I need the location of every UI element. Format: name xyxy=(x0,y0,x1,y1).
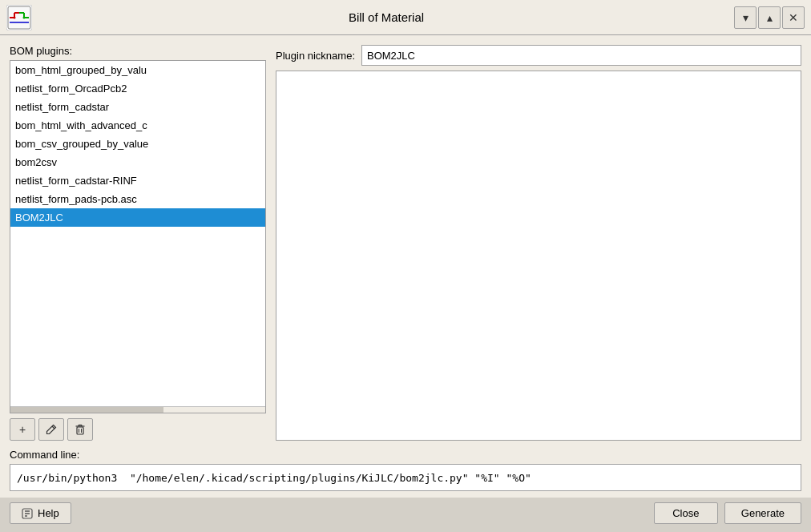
list-item[interactable]: netlist_form_cadstar xyxy=(10,98,265,116)
delete-plugin-button[interactable] xyxy=(67,418,93,441)
help-icon xyxy=(22,508,33,519)
plugin-list-container: bom_html_grouped_by_valunetlist_form_Orc… xyxy=(10,60,266,413)
app-logo xyxy=(6,5,32,30)
minimize-button[interactable]: ▾ xyxy=(734,6,757,29)
list-item[interactable]: netlist_form_OrcadPcb2 xyxy=(10,79,265,98)
bottom-bar: Help Close Generate xyxy=(0,498,811,532)
list-item[interactable]: bom_html_grouped_by_valu xyxy=(10,61,265,79)
svg-rect-12 xyxy=(77,427,83,434)
list-item[interactable]: netlist_form_cadstar-RINF xyxy=(10,171,265,190)
add-plugin-button[interactable]: + xyxy=(10,418,35,441)
close-button-bottom[interactable]: Close xyxy=(654,502,718,524)
svg-point-10 xyxy=(23,16,26,18)
delete-icon xyxy=(75,424,86,435)
list-item[interactable]: bom_csv_grouped_by_value xyxy=(10,135,265,153)
list-item[interactable]: BOM2JLC xyxy=(10,208,265,227)
generate-button[interactable]: Generate xyxy=(724,502,801,524)
left-panel: BOM plugins: bom_html_grouped_by_valunet… xyxy=(10,45,266,441)
cmdline-section: Command line: xyxy=(10,449,801,491)
description-area[interactable] xyxy=(276,71,801,441)
bom-plugins-label: BOM plugins: xyxy=(10,45,266,57)
horizontal-scrollbar-thumb[interactable] xyxy=(10,407,163,413)
nickname-label: Plugin nickname: xyxy=(276,50,355,62)
svg-point-9 xyxy=(14,16,16,18)
plugin-list[interactable]: bom_html_grouped_by_valunetlist_form_Orc… xyxy=(10,61,265,406)
help-button[interactable]: Help xyxy=(10,502,71,524)
cmdline-input[interactable] xyxy=(10,464,801,491)
help-label: Help xyxy=(38,507,59,519)
list-item[interactable]: netlist_form_pads-pcb.asc xyxy=(10,190,265,208)
svg-line-11 xyxy=(52,426,54,429)
plugin-toolbar: + xyxy=(10,418,266,441)
right-panel: Plugin nickname: xyxy=(276,45,801,441)
main-content: BOM plugins: bom_html_grouped_by_valunet… xyxy=(0,35,811,498)
restore-button[interactable]: ▴ xyxy=(758,6,781,29)
list-item[interactable]: bom2csv xyxy=(10,153,265,171)
window-controls: ▾ ▴ ✕ xyxy=(734,6,805,29)
top-section: BOM plugins: bom_html_grouped_by_valunet… xyxy=(10,45,801,441)
nickname-row: Plugin nickname: xyxy=(276,45,801,66)
cmdline-label: Command line: xyxy=(10,449,801,461)
window-title: Bill of Material xyxy=(38,10,734,24)
edit-plugin-button[interactable] xyxy=(38,418,64,441)
list-item[interactable]: bom_html_with_advanced_c xyxy=(10,116,265,135)
titlebar: Bill of Material ▾ ▴ ✕ xyxy=(0,0,811,35)
close-button[interactable]: ✕ xyxy=(782,6,805,29)
nickname-input[interactable] xyxy=(361,45,801,66)
edit-icon xyxy=(46,424,57,435)
action-buttons: Close Generate xyxy=(654,502,801,524)
horizontal-scrollbar-area xyxy=(10,406,265,413)
